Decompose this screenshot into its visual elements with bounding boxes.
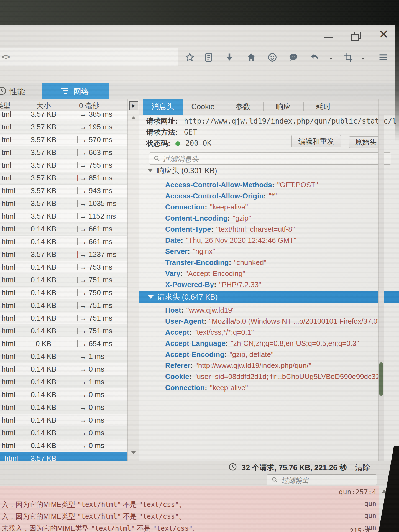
request-row[interactable]: tml3.57 KB→ 385 ms bbox=[0, 111, 127, 121]
header-row: Referer:"http://www.qjw.ld19/index.php/q… bbox=[139, 361, 383, 372]
column-divider bbox=[70, 99, 70, 461]
request-row[interactable]: html0.14 KB→ 751 ms bbox=[0, 274, 127, 287]
request-row[interactable]: html0.14 KB→ 0 ms bbox=[0, 414, 127, 427]
undo-back-icon[interactable] bbox=[310, 52, 320, 63]
header-row: Content-Type:"text/html; charset=utf-8" bbox=[139, 225, 399, 236]
request-row[interactable]: html0 KB→ 654 ms bbox=[0, 337, 127, 350]
request-url-value: http://www.qjw.ld19/index.php/qun/public… bbox=[184, 117, 396, 125]
header-row: X-Powered-By:"PHP/7.2.33" bbox=[139, 280, 399, 291]
request-row[interactable]: html0.14 KB→ 0 ms bbox=[0, 439, 127, 452]
console-source-link[interactable]: qun bbox=[364, 512, 376, 520]
tool-dropdown-caret-icon[interactable] bbox=[361, 57, 365, 61]
menu-hamburger-icon[interactable] bbox=[378, 52, 388, 63]
column-timeline[interactable]: 0 毫秒 bbox=[79, 101, 99, 111]
header-row: Connection:"keep-alive" bbox=[139, 383, 383, 395]
request-row[interactable]: html0.14 KB→ 750 ms bbox=[0, 287, 127, 299]
details-scrollbar[interactable] bbox=[378, 99, 384, 461]
back-dropdown-caret-icon[interactable] bbox=[329, 57, 333, 61]
detail-tab-耗时[interactable]: 耗时 bbox=[303, 99, 344, 115]
column-size[interactable]: 大小 bbox=[17, 101, 70, 111]
console-output: qun:257:4 入，因为它的MIME类型 "text/html" 不是 "t… bbox=[0, 486, 399, 532]
request-row[interactable]: tml3.57 KB→ 755 ms bbox=[0, 159, 127, 172]
timing-tick bbox=[77, 175, 78, 181]
request-row[interactable]: html3.57 KB→ 1035 ms bbox=[0, 197, 127, 210]
request-row[interactable]: html0.14 KB→ 0 ms bbox=[0, 401, 127, 414]
request-row[interactable]: html0.14 KB→ 1 ms bbox=[0, 376, 127, 388]
request-row[interactable]: html0.14 KB→ 751 ms bbox=[0, 325, 127, 337]
request-row[interactable]: html0.14 KB→ 661 ms bbox=[0, 223, 127, 236]
edit-resend-button[interactable]: 编辑和重发 bbox=[291, 135, 341, 147]
request-headers-list: Host:"www.qjw.ld19"User-Agent:"Mozilla/5… bbox=[139, 306, 383, 395]
request-row[interactable]: html0.14 KB→ 661 ms bbox=[0, 236, 127, 248]
clear-requests-button[interactable]: 清除 bbox=[355, 463, 370, 473]
filter-headers-input[interactable]: 过滤消息头 bbox=[149, 152, 391, 165]
browser-window: × <> bbox=[0, 0, 399, 532]
window-close-button[interactable]: × bbox=[378, 28, 389, 40]
response-headers-list: Access-Control-Allow-Methods:"GET,POST"A… bbox=[139, 181, 399, 291]
request-row[interactable]: html0.14 KB→ 751 ms bbox=[0, 299, 127, 312]
timing-tick bbox=[77, 277, 78, 283]
scroll-down-arrow[interactable] bbox=[131, 451, 136, 454]
request-headers-section[interactable]: 请求头 (0.647 KB) bbox=[139, 291, 399, 303]
window-maximize-button[interactable] bbox=[351, 32, 361, 41]
console-source-link[interactable]: qun:257:4 bbox=[339, 488, 376, 496]
timing-tick bbox=[77, 136, 78, 143]
timing-tick bbox=[77, 149, 78, 156]
request-row[interactable]: html3.57 KB→ 943 ms bbox=[0, 185, 127, 197]
network-waterfall-icon bbox=[61, 88, 69, 94]
chat-bubble-icon[interactable] bbox=[288, 52, 299, 63]
header-row: Cookie:"user_sid=08ddfd2d1d; fir...bChpU… bbox=[139, 372, 383, 383]
bookmark-star-icon[interactable] bbox=[185, 52, 195, 63]
request-row[interactable]: html0.14 KB→ 751 ms bbox=[0, 312, 127, 325]
request-row[interactable]: html3.57 KB bbox=[0, 452, 127, 461]
console-filter-bar: 过滤输出 bbox=[0, 473, 399, 486]
timing-tick bbox=[77, 302, 78, 309]
window-minimize-button[interactable] bbox=[324, 37, 333, 38]
request-row[interactable]: html3.57 KB→ 1237 ms bbox=[0, 248, 127, 261]
timing-tick bbox=[77, 187, 78, 194]
home-icon[interactable] bbox=[246, 52, 257, 63]
console-row: 入，因为它的MIME类型 "text/html" 不是 "text/css"。q… bbox=[0, 510, 379, 522]
request-row[interactable]: html0.14 KB→ 753 ms bbox=[0, 261, 127, 274]
timing-tick bbox=[77, 226, 78, 232]
raw-headers-button[interactable]: 原始头 bbox=[349, 136, 382, 148]
request-row[interactable]: tml3.57 KB→ 570 ms bbox=[0, 134, 127, 146]
list-scrollbar[interactable]: ▶ bbox=[127, 99, 140, 461]
filter-headers-placeholder: 过滤消息头 bbox=[163, 154, 199, 164]
address-bar[interactable]: <> bbox=[0, 48, 178, 66]
filter-output-input[interactable]: 过滤输出 bbox=[267, 474, 377, 485]
network-status-bar: 32 个请求, 75.76 KB, 221.26 秒 清除 bbox=[0, 461, 399, 473]
timing-tick bbox=[77, 340, 78, 347]
bookmarks-menu-icon[interactable] bbox=[203, 52, 214, 63]
header-row: Transfer-Encoding:"chunked" bbox=[139, 258, 399, 269]
downloads-icon[interactable] bbox=[224, 52, 235, 63]
feedback-smiley-icon[interactable] bbox=[267, 52, 278, 63]
tab-network[interactable]: 网络 bbox=[42, 83, 109, 99]
request-row[interactable]: html0.14 KB→ 0 ms bbox=[0, 427, 127, 439]
timing-tick bbox=[77, 238, 78, 245]
request-row[interactable]: html0.14 KB→ 1 ms bbox=[0, 350, 127, 363]
reader-mode-icon: <> bbox=[1, 52, 10, 62]
console-source-link-partial[interactable]: 215:4 bbox=[350, 527, 370, 532]
toggle-details-pane-button[interactable]: ▶ bbox=[129, 101, 138, 110]
console-row: 未载入，因为它的MIME类型 "text/html" 不是 "text/css"… bbox=[0, 522, 379, 532]
detail-tab-参数[interactable]: 参数 bbox=[223, 99, 263, 115]
detail-tab-消息头[interactable]: 消息头 bbox=[143, 99, 183, 115]
screenshot-crop-tool-icon[interactable] bbox=[343, 52, 354, 63]
detail-tab-响应[interactable]: 响应 bbox=[263, 99, 303, 115]
scrollbar-thumb[interactable] bbox=[379, 362, 383, 396]
detail-tab-Cookie[interactable]: Cookie bbox=[183, 99, 223, 115]
timing-tick bbox=[77, 251, 78, 258]
request-row[interactable]: html0.14 KB→ 0 ms bbox=[0, 388, 127, 401]
column-type[interactable]: 类型 bbox=[0, 101, 11, 111]
scroll-up-arrow[interactable] bbox=[131, 116, 136, 119]
request-row[interactable]: html3.57 KB→ 1152 ms bbox=[0, 210, 127, 223]
header-row: Content-Encoding:"gzip" bbox=[139, 214, 399, 225]
request-row[interactable]: html0.14 KB→ 0 ms bbox=[0, 363, 127, 376]
console-source-link[interactable]: qun bbox=[364, 500, 376, 508]
request-row[interactable]: tml3.57 KB→ 195 ms bbox=[0, 121, 127, 134]
request-row[interactable]: tml3.57 KB→ 851 ms bbox=[0, 172, 127, 185]
response-headers-section[interactable]: 响应头 (0.301 KB) bbox=[147, 166, 217, 178]
request-list-panel: 类型 大小 0 毫秒 tml3.57 KB→ 385 mstml3.57 KB→… bbox=[0, 99, 127, 461]
request-row[interactable]: tml3.57 KB→ 663 ms bbox=[0, 146, 127, 159]
